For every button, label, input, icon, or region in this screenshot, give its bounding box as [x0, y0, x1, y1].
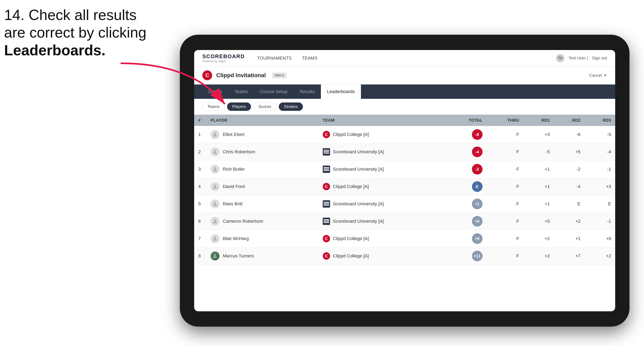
tournament-title-area: C Clippd Invitational (Men) [202, 70, 286, 80]
score-badge: -8 [472, 129, 482, 140]
leaderboard-table: # PLAYER TEAM TOTAL THRU RD1 RD2 RD3 1El… [194, 115, 615, 265]
cell-team: CClippd College [A] [319, 230, 446, 247]
cell-rank: 7 [194, 230, 206, 247]
player-avatar [210, 182, 220, 191]
close-icon: ✕ [604, 73, 607, 78]
filter-bar: Teams Players Scores Strokes [194, 99, 615, 115]
cell-total: +6 [446, 213, 486, 230]
cell-rd1: +2 [523, 247, 554, 265]
player-avatar [210, 251, 220, 260]
score-badge: -4 [472, 147, 482, 157]
tournament-badge: (Men) [272, 72, 286, 78]
player-avatar [210, 147, 220, 156]
cell-rank: 5 [194, 195, 206, 213]
cancel-button[interactable]: Cancel ✕ [589, 73, 607, 78]
cell-rd1: +5 [523, 213, 554, 230]
cell-rd1: +1 [523, 195, 554, 213]
logo-text: SCOREBOARD [202, 53, 245, 60]
player-name: Marcus Turners [223, 253, 254, 259]
player-avatar [210, 234, 220, 243]
cell-rd2: +2 [554, 213, 584, 230]
svg-point-5 [214, 202, 216, 204]
cell-rd3: -1 [584, 161, 615, 178]
cell-player: David Ford [206, 178, 319, 195]
team-logo [323, 166, 330, 173]
svg-point-2 [214, 150, 216, 152]
team-name: Clippd College [A] [333, 132, 369, 137]
col-rd3: RD3 [584, 115, 615, 126]
cell-total: -8 [446, 126, 486, 143]
cell-team: CClippd College [A] [319, 247, 446, 265]
player-name: Cameron Robertson [223, 219, 263, 224]
filter-players[interactable]: Players [227, 102, 251, 111]
col-rd1: RD1 [523, 115, 554, 126]
player-name: Rees Britt [223, 201, 242, 207]
cell-player: Marcus Turners [206, 247, 319, 265]
player-avatar [210, 217, 220, 226]
score-badge: +11 [472, 251, 482, 261]
team-logo: C [323, 131, 330, 138]
col-player: PLAYER [206, 115, 319, 126]
table-row: 1Elliot EbertCClippd College [A]-8F+3-6-… [194, 126, 615, 143]
cell-thru: F [487, 126, 523, 143]
cell-rd3: +3 [584, 178, 615, 195]
cell-total: +9 [446, 230, 486, 247]
cell-team: Scoreboard University [A] [319, 143, 446, 161]
cell-player: Rich Butler [206, 161, 319, 178]
col-total: TOTAL [446, 115, 486, 126]
team-name: Scoreboard University [A] [333, 219, 384, 224]
tablet-frame: SCOREBOARD Powered by clippd TOURNAMENTS… [180, 35, 630, 327]
sub-navigation: Details Teams Course Setup Results Leade… [194, 85, 615, 99]
filter-teams[interactable]: Teams [202, 102, 224, 111]
player-name: David Ford [223, 184, 245, 189]
filter-strokes[interactable]: Strokes [279, 102, 303, 111]
cell-rd1: +3 [523, 126, 554, 143]
team-logo: C [323, 252, 330, 260]
team-logo [323, 218, 330, 225]
tab-leaderboards[interactable]: Leaderboards [321, 85, 361, 99]
team-name: Clippd College [A] [333, 184, 369, 189]
team-logo [323, 148, 330, 156]
score-badge: +6 [472, 216, 482, 227]
cell-rank: 4 [194, 178, 206, 195]
nav-tournaments[interactable]: TOURNAMENTS [257, 53, 292, 63]
cell-rd2: +7 [554, 247, 584, 265]
tab-course-setup[interactable]: Course Setup [254, 85, 294, 99]
cell-team: Scoreboard University [A] [319, 213, 446, 230]
filter-scores[interactable]: Scores [254, 102, 276, 111]
team-name: Scoreboard University [A] [333, 201, 384, 207]
cell-rd3: +6 [584, 230, 615, 247]
table-row: 8Marcus TurnersCClippd College [A]+11F+2… [194, 247, 615, 265]
logo-area: SCOREBOARD Powered by clippd [202, 53, 245, 63]
team-logo: C [323, 235, 330, 242]
cell-thru: F [487, 143, 523, 161]
nav-links: TOURNAMENTS TEAMS [257, 53, 556, 63]
player-avatar [210, 199, 220, 208]
cell-total: +1 [446, 195, 486, 213]
cell-rd1: +2 [523, 230, 554, 247]
score-badge: +1 [472, 199, 482, 209]
cell-player: Elliot Ebert [206, 126, 319, 143]
cell-rank: 8 [194, 247, 206, 265]
tab-details[interactable]: Details [202, 85, 228, 99]
cell-thru: F [487, 213, 523, 230]
nav-teams[interactable]: TEAMS [302, 53, 318, 63]
team-name: Scoreboard University [A] [333, 167, 384, 172]
table-row: 7Blair McHargCClippd College [A]+9F+2+1+… [194, 230, 615, 247]
col-rd2: RD2 [554, 115, 584, 126]
player-name: Elliot Ebert [223, 132, 244, 137]
tab-results[interactable]: Results [294, 85, 321, 99]
sign-out-link[interactable]: Sign out [592, 56, 607, 60]
cell-rd1: +1 [523, 161, 554, 178]
team-name: Clippd College [A] [333, 253, 369, 259]
cell-rank: 3 [194, 161, 206, 178]
cell-rd1: -5 [523, 143, 554, 161]
cell-thru: F [487, 230, 523, 247]
cell-rd3: E [584, 195, 615, 213]
cell-player: Blair McHarg [206, 230, 319, 247]
tab-teams[interactable]: Teams [228, 85, 254, 99]
tablet-screen: SCOREBOARD Powered by clippd TOURNAMENTS… [194, 50, 615, 311]
score-badge: E [472, 181, 482, 192]
team-logo [323, 200, 330, 208]
cell-thru: F [487, 247, 523, 265]
